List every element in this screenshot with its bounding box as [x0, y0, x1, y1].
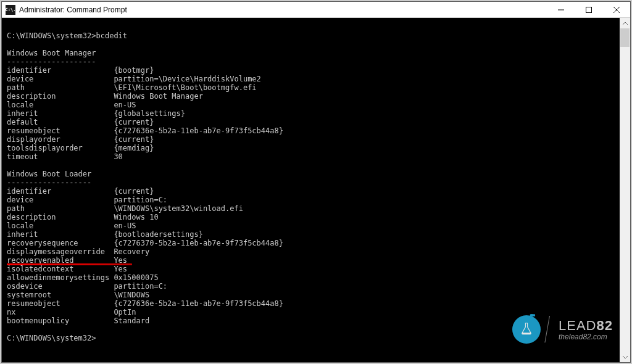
scrollbar-thumb[interactable]: [620, 28, 630, 47]
minimize-icon: [558, 7, 564, 13]
window-controls: [547, 2, 630, 17]
recoveryenabled-highlight: [7, 263, 132, 265]
terminal-area: C:\WINDOWS\system32>bcdedit Windows Boot…: [2, 18, 630, 362]
scrollbar-track[interactable]: [620, 28, 630, 352]
vertical-scrollbar[interactable]: [620, 18, 630, 362]
svg-rect-1: [586, 7, 591, 12]
chevron-down-icon: [623, 355, 628, 360]
minimize-button[interactable]: [547, 2, 575, 17]
maximize-icon: [586, 7, 592, 13]
chevron-up-icon: [623, 21, 628, 26]
terminal-output[interactable]: C:\WINDOWS\system32>bcdedit Windows Boot…: [2, 18, 620, 362]
cmd-icon: C:\.: [6, 5, 15, 15]
close-icon: [613, 7, 620, 13]
close-button[interactable]: [602, 2, 630, 17]
scroll-up-button[interactable]: [620, 18, 630, 28]
titlebar[interactable]: C:\. Administrator: Command Prompt: [2, 2, 630, 18]
cmd-window: C:\. Administrator: Command Prompt C:\WI…: [1, 1, 631, 363]
maximize-button[interactable]: [575, 2, 602, 17]
scroll-down-button[interactable]: [620, 352, 630, 362]
window-title: Administrator: Command Prompt: [19, 6, 547, 14]
